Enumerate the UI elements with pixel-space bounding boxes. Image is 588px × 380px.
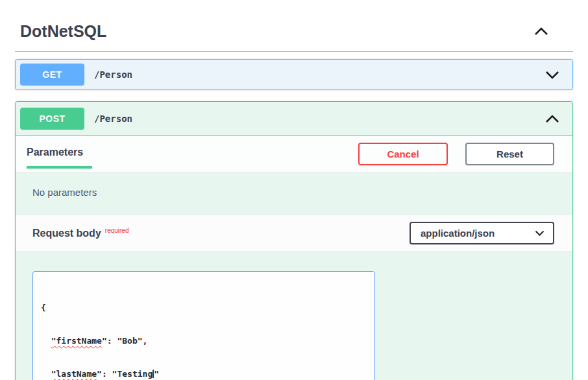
required-badge: required (105, 227, 129, 234)
get-method-badge: GET (20, 64, 84, 86)
chevron-down-icon (545, 71, 559, 79)
chevron-up-icon (545, 115, 559, 123)
chevron-down-icon (535, 230, 545, 236)
media-type-value: application/json (421, 228, 495, 239)
cancel-button[interactable]: Cancel (358, 143, 448, 165)
request-body-editor[interactable]: { "firstName": "Bob", "lastName": "Testi… (32, 271, 375, 380)
request-body-title: Request bodyrequired (32, 227, 129, 239)
parameters-section-header: Parameters Cancel Reset (16, 136, 572, 172)
post-opblock-header[interactable]: POST /Person (16, 102, 572, 136)
request-body-label: Request body (32, 228, 101, 239)
tab-parameters[interactable]: Parameters (27, 136, 92, 169)
opblock-post-person: POST /Person Parameters Cancel Reset No … (15, 101, 573, 380)
reset-button[interactable]: Reset (465, 143, 554, 165)
tab-parameters-label: Parameters (27, 147, 83, 158)
no-parameters-text: No parameters (16, 172, 572, 215)
swagger-page: DotNetSQL GET /Person POST /Person (0, 0, 588, 380)
api-tag-title: DotNetSQL (20, 22, 106, 41)
json-line: "lastName": "Testing" (41, 368, 367, 379)
misspelled-key: "lastName (51, 369, 97, 379)
try-out-buttons: Cancel Reset (358, 143, 554, 165)
chevron-up-icon (534, 27, 548, 36)
json-line: "firstName": "Bob", (41, 335, 367, 346)
tag-section-header[interactable]: DotNetSQL (15, 0, 573, 52)
post-path: /Person (94, 113, 132, 124)
collapse-post-button[interactable] (545, 115, 559, 123)
json-line: { (41, 302, 367, 313)
request-body-section-header: Request bodyrequired application/json (16, 215, 572, 252)
expand-get-button[interactable] (545, 71, 559, 79)
post-method-badge: POST (20, 108, 84, 130)
get-path: /Person (94, 69, 132, 80)
media-type-select[interactable]: application/json (410, 222, 554, 244)
body-editor-section: { "firstName": "Bob", "lastName": "Testi… (16, 252, 572, 380)
collapse-tag-button[interactable] (534, 27, 548, 36)
opblock-get-person[interactable]: GET /Person (15, 59, 573, 90)
misspelled-key: "firstName (51, 336, 102, 346)
